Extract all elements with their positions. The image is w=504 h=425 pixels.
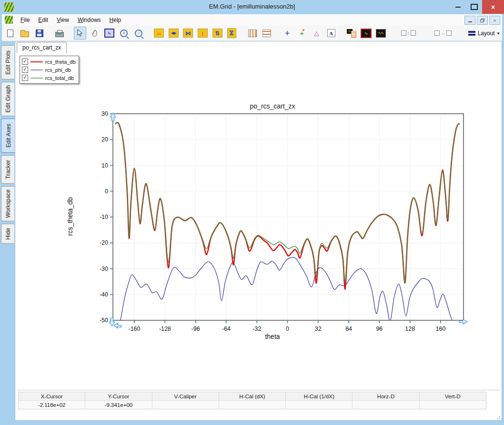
legend-checkbox-rcs_theta_db[interactable]: ✓ bbox=[22, 59, 28, 65]
y-axis-label: rcs_theta_db bbox=[66, 190, 74, 243]
sidebar-tab-label: Hide bbox=[5, 228, 11, 240]
minimize-button[interactable] bbox=[450, 0, 466, 14]
status-column-y-cursor: Y-Cursor-9.341e+00 bbox=[85, 392, 152, 409]
vertical-spacing-button[interactable]: ↕ bbox=[395, 27, 422, 40]
layout-bars-icon bbox=[468, 31, 475, 36]
document-tab[interactable]: po_rcs_cart_zx bbox=[17, 42, 67, 53]
multi-curve-button[interactable]: ∿∿ bbox=[374, 27, 387, 40]
chart-plot[interactable]: -160-128-96-64-3203264961281603020100-10… bbox=[77, 108, 473, 332]
sidebar-tab-label: Edit Graph bbox=[5, 85, 11, 112]
horizontal-spacing-button[interactable]: ↔ bbox=[430, 27, 457, 40]
status-column-vert-d: Vert-D bbox=[420, 392, 486, 409]
mdi-restore-icon bbox=[480, 19, 484, 22]
new-document-button[interactable] bbox=[4, 27, 17, 40]
expand-x-button[interactable]: ↔ bbox=[152, 27, 165, 40]
legend-panel[interactable]: ✓rcs_theta_db✓rcs_phi_db✓rcs_total_db bbox=[20, 56, 79, 84]
minimize-icon bbox=[455, 7, 461, 8]
svg-text:-10: -10 bbox=[100, 214, 108, 220]
text-annotation-button[interactable]: A bbox=[325, 27, 338, 40]
zoom-out-icon: − bbox=[135, 30, 142, 37]
plot-properties-button[interactable]: ∿ bbox=[345, 27, 358, 40]
legend-series-label: rcs_total_db bbox=[45, 75, 74, 81]
compress-x-icon: ⋈ bbox=[183, 29, 193, 38]
vertical-gridlines-button[interactable] bbox=[246, 27, 259, 40]
svg-text:30: 30 bbox=[101, 110, 108, 117]
statusbar-separator bbox=[17, 390, 500, 390]
compress-y-icon: ⋈ bbox=[227, 28, 236, 38]
compress-y-button[interactable]: ⋈ bbox=[226, 27, 239, 40]
zoom-region-tool-button[interactable]: ∿ bbox=[103, 27, 116, 40]
sidebar-tab-label: Tracker bbox=[5, 160, 11, 179]
menu-item-edit[interactable]: Edit bbox=[34, 15, 52, 25]
status-column-value: -2.118e+02 bbox=[19, 401, 85, 409]
new-document-icon bbox=[7, 30, 13, 37]
mdi-window-controls: × bbox=[464, 16, 500, 25]
compress-x-button[interactable]: ⋈ bbox=[182, 27, 195, 40]
status-column-value bbox=[152, 401, 219, 409]
menu-item-help[interactable]: Help bbox=[105, 15, 126, 25]
sidebar-tab-edit-graph[interactable]: Edit Graph bbox=[1, 82, 14, 116]
plot-properties-icon: ∿ bbox=[347, 29, 356, 38]
zoom-in-icon: + bbox=[120, 30, 128, 37]
status-column-x-cursor: X-Cursor-2.118e+02 bbox=[19, 392, 85, 409]
expand-y-button[interactable]: ↕ bbox=[196, 27, 209, 40]
caliper-tool-button[interactable]: △ bbox=[310, 27, 323, 40]
menu-item-file[interactable]: File bbox=[16, 15, 34, 25]
pan-x-button[interactable]: ◀▶ bbox=[167, 27, 180, 40]
client-area: po_rcs_cart_zx ✓rcs_theta_db✓rcs_phi_db✓… bbox=[15, 41, 502, 421]
vertical-gridlines-icon bbox=[248, 30, 257, 37]
pan-tool-button[interactable] bbox=[88, 27, 101, 40]
legend-row-rcs_total_db: ✓rcs_total_db bbox=[22, 74, 76, 82]
legend-row-rcs_phi_db: ✓rcs_phi_db bbox=[22, 66, 76, 74]
legend-line-swatch bbox=[30, 78, 43, 79]
sidebar-tab-workspace[interactable]: Workspace bbox=[1, 186, 14, 221]
cross-cursor-button[interactable]: + bbox=[281, 27, 294, 40]
zoom-out-button[interactable]: − bbox=[132, 27, 145, 40]
pointer-tool-button[interactable] bbox=[74, 27, 87, 40]
sidebar-tab-tracker[interactable]: Tracker bbox=[1, 155, 14, 184]
svg-text:-64: -64 bbox=[222, 326, 231, 332]
print-button[interactable] bbox=[53, 27, 66, 40]
horizontal-gridlines-button[interactable] bbox=[261, 27, 273, 40]
mdi-close-icon: × bbox=[493, 18, 496, 23]
horizontal-gridlines-icon bbox=[262, 30, 271, 37]
legend-checkbox-rcs_total_db[interactable]: ✓ bbox=[22, 75, 28, 81]
open-file-button[interactable] bbox=[19, 27, 31, 40]
legend-series-label: rcs_theta_db bbox=[45, 59, 76, 65]
sidebar-tab-edit-plots[interactable]: Edit Plots bbox=[1, 45, 14, 79]
save-button[interactable] bbox=[33, 27, 46, 40]
svg-text:-40: -40 bbox=[100, 291, 108, 298]
menu-bar: FileEditViewWindowsHelp × bbox=[2, 14, 502, 26]
vertical-spacing-icon: ↕ bbox=[401, 30, 416, 36]
mdi-restore-button[interactable] bbox=[477, 16, 488, 25]
status-column-h-cal-1-dx-: H-Cal (1/dX) bbox=[286, 392, 353, 409]
pan-left-arrow[interactable] bbox=[114, 323, 121, 328]
maximize-button[interactable] bbox=[466, 0, 482, 14]
resize-grip[interactable] bbox=[495, 415, 500, 419]
layout-button[interactable]: Layout ▾ bbox=[465, 29, 503, 38]
layout-label: Layout bbox=[478, 30, 495, 37]
x-axis-label: theta bbox=[244, 333, 301, 340]
legend-checkbox-rcs_phi_db[interactable]: ✓ bbox=[22, 67, 28, 73]
svg-text:128: 128 bbox=[405, 326, 415, 332]
zoom-region-icon: ∿ bbox=[104, 29, 114, 38]
mdi-close-button[interactable]: × bbox=[489, 16, 500, 25]
legend-line-swatch bbox=[30, 69, 43, 70]
single-curve-button[interactable]: ∿ bbox=[360, 27, 373, 40]
status-column-label: Vert-D bbox=[420, 392, 486, 401]
mdi-minimize-button[interactable] bbox=[464, 16, 475, 25]
sidebar-tab-hide[interactable]: Hide bbox=[1, 224, 14, 244]
menu-item-view[interactable]: View bbox=[52, 15, 73, 25]
menu-items: FileEditViewWindowsHelp bbox=[16, 14, 125, 25]
zoom-in-button[interactable]: + bbox=[118, 27, 131, 40]
pan-y-button[interactable]: ⇅ bbox=[211, 27, 224, 40]
chevron-down-icon: ▾ bbox=[497, 31, 500, 36]
window-title: EM.Grid - [emilluminalesson2b] bbox=[0, 3, 504, 10]
tracker-tool-button[interactable]: + bbox=[295, 27, 308, 40]
menu-item-windows[interactable]: Windows bbox=[73, 15, 105, 25]
close-button[interactable]: × bbox=[482, 0, 504, 14]
maximize-icon bbox=[471, 4, 478, 10]
cross-cursor-icon: + bbox=[285, 29, 290, 38]
status-column-value: -9.341e+00 bbox=[85, 401, 151, 409]
sidebar-tab-edit-axes[interactable]: Edit Axes bbox=[1, 119, 15, 153]
